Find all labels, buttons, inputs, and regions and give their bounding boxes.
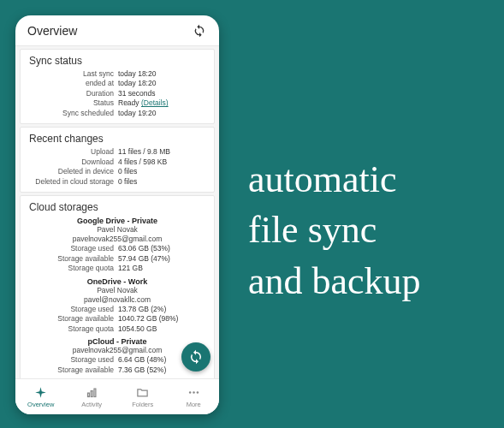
sync-row: Duration31 seconds — [29, 89, 205, 98]
storage-email: pavelnovak255@gmail.com — [29, 235, 205, 244]
nav-folders[interactable]: Folders — [117, 379, 169, 414]
page-title: Overview — [27, 24, 77, 38]
svg-rect-0 — [87, 393, 89, 396]
svg-rect-2 — [94, 389, 96, 396]
svg-point-5 — [196, 391, 199, 394]
change-row: Deleted in device0 files — [29, 167, 205, 176]
storage-user: Pavel Novak — [29, 286, 205, 295]
sync-row: ended attoday 18:20 — [29, 79, 205, 88]
change-row: Upload11 files / 9.8 MB — [29, 147, 205, 157]
storage-name: Google Drive - Private — [29, 217, 205, 225]
storage-row: Storage available57.94 GB (47%) — [29, 254, 205, 264]
storage-row: Storage available7.36 GB (52%) — [29, 366, 205, 375]
chart-icon — [85, 386, 98, 400]
storage-row: Storage quota121 GB — [29, 264, 205, 273]
storage-name: pCloud - Private — [29, 337, 205, 346]
nav-more[interactable]: More — [169, 379, 220, 414]
storage-row: Storage quota1054.50 GB — [29, 324, 205, 334]
sync-row: Last synctoday 18:20 — [29, 69, 205, 79]
more-icon — [187, 386, 200, 400]
storage-user: Pavel Novak — [29, 225, 205, 235]
sync-row: Sync scheduledtoday 19:20 — [29, 109, 205, 118]
svg-point-3 — [189, 391, 192, 394]
sync-fab[interactable] — [181, 342, 210, 372]
content-scroll[interactable]: Sync status Last synctoday 18:20 ended a… — [15, 46, 219, 378]
promo-line-3: and backup — [248, 256, 421, 306]
storage-block[interactable]: Google Drive - Private Pavel Novak pavel… — [29, 217, 205, 274]
promo-line-1: automatic — [248, 154, 421, 205]
storage-row: Storage used63.06 GB (53%) — [29, 244, 205, 253]
storage-row: Storage used6.64 GB (48%) — [29, 355, 205, 365]
cloud-storages-title: Cloud storages — [29, 201, 205, 213]
app-bar: Overview — [15, 15, 219, 46]
sync-row: StatusReady (Details) — [29, 98, 205, 108]
storage-email: pavel@novakllc.com — [29, 295, 205, 305]
svg-point-4 — [193, 391, 195, 394]
sync-icon — [193, 24, 206, 38]
folder-icon — [136, 386, 150, 400]
nav-overview[interactable]: Overview — [15, 379, 67, 414]
bottom-nav: Overview Activity Folders More — [15, 378, 219, 414]
nav-activity[interactable]: Activity — [67, 379, 118, 414]
sync-status-card: Sync status Last synctoday 18:20 ended a… — [20, 49, 215, 124]
svg-rect-1 — [91, 391, 92, 397]
storage-email: pavelnovak255@gmail.com — [29, 346, 205, 355]
storage-name: OneDrive - Work — [29, 277, 205, 286]
details-link[interactable]: (Details) — [141, 98, 169, 107]
storage-row: Storage available1040.72 GB (98%) — [29, 314, 205, 324]
storage-block[interactable]: pCloud - Private pavelnovak255@gmail.com… — [29, 337, 205, 375]
sync-status-title: Sync status — [29, 55, 205, 67]
change-row: Deleted in cloud storage0 files — [29, 177, 205, 187]
storage-row: Storage used13.78 GB (2%) — [29, 305, 205, 314]
promo-tagline: automatic file sync and backup — [248, 154, 421, 306]
recent-changes-title: Recent changes — [29, 133, 205, 145]
recent-changes-card: Recent changes Upload11 files / 9.8 MB D… — [20, 127, 215, 193]
sparkle-icon — [34, 386, 48, 400]
promo-line-2: file sync — [248, 205, 421, 255]
change-row: Download4 files / 598 KB — [29, 158, 205, 167]
sync-icon — [188, 349, 204, 365]
storage-block[interactable]: OneDrive - Work Pavel Novak pavel@novakl… — [29, 277, 205, 335]
phone-frame: Overview Sync status Last synctoday 18:2… — [15, 15, 219, 414]
sync-button[interactable] — [192, 23, 207, 39]
